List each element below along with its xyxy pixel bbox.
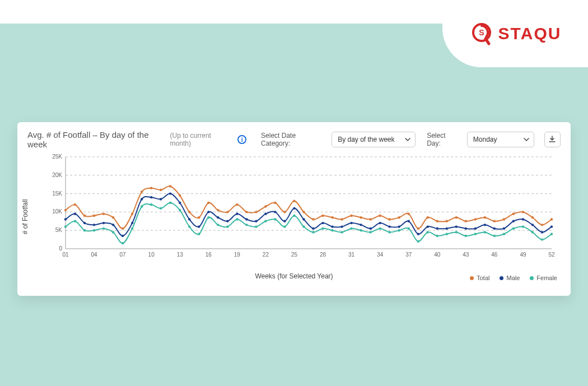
svg-point-177 [446, 233, 448, 235]
svg-point-171 [388, 231, 390, 233]
svg-point-81 [522, 211, 524, 213]
svg-point-168 [360, 229, 362, 231]
svg-point-164 [321, 227, 324, 230]
legend-male: Male [500, 275, 520, 281]
download-icon [548, 136, 556, 143]
svg-point-52 [245, 211, 248, 213]
svg-point-137 [64, 225, 67, 227]
svg-text:49: 49 [520, 252, 526, 258]
svg-point-44 [169, 185, 171, 187]
svg-point-153 [217, 224, 219, 226]
svg-point-152 [207, 216, 209, 218]
svg-point-175 [427, 231, 429, 233]
chevron-down-icon [405, 137, 410, 142]
day-select[interactable]: Monday [467, 132, 534, 147]
svg-point-186 [531, 231, 534, 233]
brand-mark-icon: S [469, 21, 494, 46]
day-value: Monday [473, 136, 497, 143]
svg-point-150 [188, 225, 190, 227]
svg-point-176 [436, 235, 438, 237]
svg-point-38 [112, 216, 114, 218]
svg-point-165 [331, 229, 333, 231]
svg-text:10K: 10K [52, 208, 62, 215]
svg-point-98 [188, 218, 190, 220]
day-label: Select Day: [427, 132, 460, 147]
svg-point-142 [112, 231, 114, 233]
card-header: Avg. # of Footfall – By day of the week … [27, 130, 561, 149]
svg-point-160 [283, 225, 286, 227]
chart-area: # of Footfall 05K10K15K20K25K01040710131… [27, 152, 561, 281]
svg-point-91 [122, 235, 124, 237]
download-button[interactable] [544, 132, 561, 147]
svg-point-77 [484, 216, 486, 218]
svg-point-158 [264, 220, 267, 222]
svg-point-33 [64, 209, 67, 211]
date-category-select[interactable]: By day of the week [332, 132, 416, 147]
date-category-label: Select Date Category: [261, 132, 325, 147]
svg-point-117 [369, 227, 371, 230]
svg-point-129 [484, 224, 486, 226]
svg-point-80 [512, 212, 515, 215]
svg-point-102 [226, 220, 228, 222]
svg-point-79 [503, 218, 505, 220]
legend-female: Female [530, 275, 557, 281]
svg-point-59 [312, 218, 314, 220]
svg-point-93 [141, 198, 143, 200]
y-axis-label: # of Footfall [21, 199, 29, 235]
svg-point-86 [74, 212, 76, 215]
svg-point-50 [226, 211, 228, 213]
svg-point-89 [102, 222, 105, 224]
svg-point-40 [131, 212, 133, 215]
svg-point-36 [93, 215, 95, 217]
svg-point-113 [331, 225, 333, 227]
svg-point-99 [198, 225, 200, 227]
svg-point-71 [427, 216, 429, 218]
chart-card: Avg. # of Footfall – By day of the week … [17, 122, 571, 296]
svg-point-174 [417, 240, 419, 243]
svg-point-55 [274, 202, 276, 204]
svg-point-157 [255, 225, 257, 227]
svg-point-140 [93, 229, 95, 231]
svg-point-63 [350, 215, 352, 217]
svg-point-78 [493, 220, 496, 222]
svg-text:10: 10 [148, 252, 155, 258]
svg-point-54 [264, 205, 267, 207]
brand-name: STAQU [498, 24, 562, 43]
svg-point-82 [531, 216, 534, 218]
svg-text:22: 22 [263, 252, 269, 258]
svg-point-58 [302, 211, 305, 213]
svg-point-49 [217, 209, 219, 211]
svg-point-114 [340, 225, 343, 227]
svg-point-147 [160, 207, 162, 210]
svg-point-100 [207, 211, 209, 213]
svg-point-66 [379, 215, 381, 217]
svg-point-53 [255, 211, 257, 213]
svg-text:07: 07 [120, 252, 127, 258]
svg-point-180 [474, 233, 477, 235]
svg-point-115 [350, 222, 352, 224]
svg-point-185 [522, 225, 524, 227]
svg-point-144 [131, 227, 133, 230]
svg-point-149 [179, 209, 181, 211]
svg-text:52: 52 [548, 252, 555, 258]
svg-point-62 [340, 218, 343, 220]
svg-point-92 [131, 222, 133, 224]
svg-point-101 [217, 216, 219, 218]
svg-point-126 [455, 225, 458, 227]
svg-point-118 [379, 222, 381, 224]
svg-text:0: 0 [59, 245, 62, 252]
svg-point-103 [236, 212, 238, 215]
info-icon[interactable]: i [237, 135, 246, 144]
svg-point-187 [541, 238, 543, 240]
svg-point-159 [274, 218, 276, 220]
svg-point-68 [398, 216, 400, 218]
svg-point-119 [388, 225, 390, 227]
svg-point-96 [169, 192, 171, 194]
chevron-down-icon [524, 137, 529, 142]
svg-point-128 [474, 227, 477, 230]
svg-point-56 [283, 211, 286, 213]
legend-dot-male [500, 276, 503, 280]
svg-text:04: 04 [91, 252, 97, 258]
svg-point-154 [226, 225, 228, 227]
svg-point-106 [264, 212, 267, 215]
